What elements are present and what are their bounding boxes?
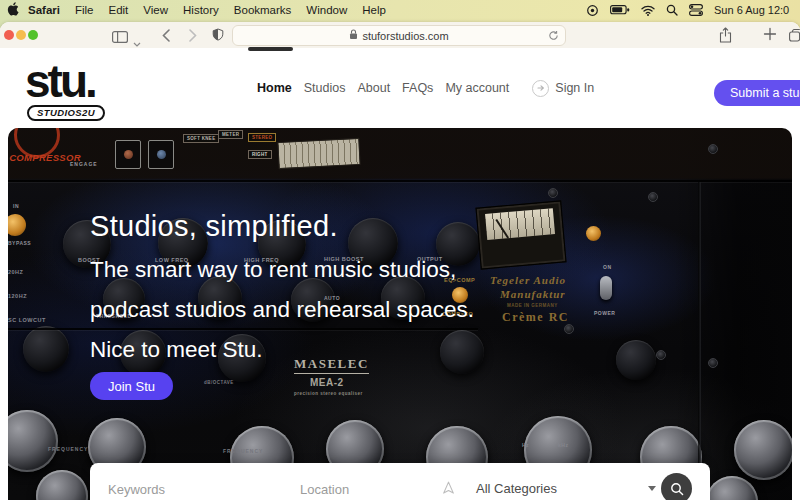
screw-decoration — [548, 188, 558, 198]
page-top-dark-bar — [248, 47, 293, 51]
photo-label: POWER — [594, 310, 615, 316]
photo-label: kHz — [558, 442, 568, 448]
sign-in-arrow-icon — [532, 80, 549, 97]
studio-search-bar: All Categories — [90, 463, 710, 500]
photo-label: 120HZ — [8, 293, 27, 299]
sign-in-link[interactable]: Sign In — [532, 80, 594, 97]
screw-decoration — [564, 324, 574, 334]
screw-decoration — [708, 144, 718, 154]
photo-label: Tegeler Audio — [490, 274, 566, 286]
screw-decoration — [708, 358, 718, 368]
share-icon[interactable] — [719, 27, 732, 47]
photo-label: IN — [13, 203, 19, 209]
site-logo[interactable]: stu. STUDIOS2U — [25, 60, 105, 121]
photo-label: ENGAGE — [70, 161, 98, 167]
hero-section: COMPRESSOR ENGAGE SOFT KNEE METER STEREO… — [8, 128, 792, 500]
nav-item-about[interactable]: About — [357, 81, 390, 95]
search-icon — [670, 482, 684, 496]
safari-window: stuforstudios.com stu. STUDIOS2U Home St… — [0, 22, 800, 500]
sign-in-label: Sign In — [555, 81, 594, 95]
url-text: stuforstudios.com — [362, 30, 448, 42]
photo-label: SC LOWCUT — [8, 317, 46, 323]
nav-item-studios[interactable]: Studios — [304, 81, 346, 95]
knob-decoration — [36, 470, 88, 500]
dropdown-caret-icon[interactable] — [648, 486, 656, 491]
photo-label: FREQUENCY — [223, 448, 263, 454]
knob-decoration — [706, 476, 758, 500]
category-dropdown[interactable]: All Categories — [476, 463, 557, 500]
new-tab-icon[interactable] — [763, 27, 777, 45]
power-toggle — [600, 276, 612, 300]
photo-label: STEREO — [248, 133, 276, 142]
address-bar[interactable]: stuforstudios.com — [232, 25, 566, 46]
photo-label: SOFT KNEE — [183, 134, 219, 143]
photo-label: FREQUENCY — [48, 446, 88, 452]
search-button[interactable] — [661, 473, 692, 500]
photo-label: MADE IN GERMANY — [507, 303, 558, 308]
battery-icon[interactable] — [610, 5, 630, 15]
screen-recording-icon[interactable] — [586, 4, 599, 17]
knob-decoration — [616, 340, 656, 380]
screw-decoration — [656, 350, 666, 360]
tab-overview-icon[interactable] — [789, 28, 800, 46]
spotlight-search-icon[interactable] — [666, 4, 678, 16]
photo-label: Manufaktur — [500, 288, 566, 300]
keywords-input[interactable] — [106, 463, 280, 500]
knob-decoration — [734, 420, 792, 480]
photo-label: METER — [218, 130, 243, 139]
gps-locate-icon[interactable] — [442, 481, 455, 499]
nav-item-home[interactable]: Home — [257, 81, 292, 95]
nav-item-faqs[interactable]: FAQs — [402, 81, 433, 95]
wifi-icon[interactable] — [641, 5, 655, 16]
photo-label: 20HZ — [8, 269, 23, 275]
menu-bar-clock[interactable]: Sun 6 Aug 12:0 — [714, 4, 798, 16]
apple-menu-icon[interactable] — [7, 2, 19, 18]
logo-wordmark: stu. — [25, 60, 105, 102]
logo-badge: STUDIOS2U — [27, 105, 105, 121]
menu-bar-status: Sun 6 Aug 12:0 — [586, 0, 800, 20]
photo-label: RIGHT — [248, 150, 272, 159]
menu-item-file[interactable]: File — [75, 4, 94, 16]
sidebar-toggle-icon[interactable] — [112, 29, 128, 47]
reload-icon[interactable] — [548, 30, 559, 43]
menu-item-bookmarks[interactable]: Bookmarks — [234, 4, 292, 16]
screw-decoration — [648, 192, 658, 202]
photo-label: Hz — [522, 442, 529, 448]
macos-menu-bar: Safari File Edit View History Bookmarks … — [0, 0, 800, 20]
submit-studio-button[interactable]: Submit a studio — [714, 80, 800, 106]
privacy-shield-icon[interactable] — [212, 28, 224, 46]
hero-title: Studios, simplified. — [90, 210, 338, 243]
menu-item-history[interactable]: History — [183, 4, 219, 16]
photo-label: Crème RC — [502, 310, 569, 325]
join-stu-button[interactable]: Join Stu — [90, 372, 173, 400]
forward-button[interactable] — [189, 28, 197, 46]
vu-meter — [475, 200, 566, 269]
main-nav: Home Studios About FAQs My account Sign … — [257, 48, 594, 128]
scale-meter — [277, 138, 360, 169]
menu-item-view[interactable]: View — [143, 4, 168, 16]
control-center-icon[interactable] — [689, 4, 703, 16]
photo-label: precision stereo equaliser — [294, 391, 363, 396]
hero-subtitle: The smart way to rent music studios, pod… — [90, 250, 474, 370]
menu-item-edit[interactable]: Edit — [109, 4, 129, 16]
hero-line-1: The smart way to rent music studios, — [90, 250, 474, 290]
location-input[interactable] — [298, 463, 432, 500]
menu-item-help[interactable]: Help — [362, 4, 386, 16]
hero-line-3: Nice to meet Stu. — [90, 330, 474, 370]
photo-label: BYPASS — [8, 240, 31, 246]
nav-item-my-account[interactable]: My account — [445, 81, 509, 95]
safari-toolbar: stuforstudios.com — [0, 22, 800, 49]
photo-label: MEA-2 — [310, 377, 344, 388]
knob-decoration — [8, 410, 58, 472]
hero-line-2: podcast studios and rehearsal spaces. — [90, 290, 474, 330]
web-page: stu. STUDIOS2U Home Studios About FAQs M… — [0, 48, 800, 500]
lock-icon — [349, 29, 358, 42]
fullscreen-window-button[interactable] — [28, 30, 38, 40]
back-button[interactable] — [162, 28, 170, 46]
close-window-button[interactable] — [4, 30, 14, 40]
minimize-window-button[interactable] — [16, 30, 26, 40]
menu-item-window[interactable]: Window — [306, 4, 347, 16]
knob-decoration — [23, 326, 69, 372]
menu-item-safari[interactable]: Safari — [28, 4, 60, 16]
photo-label: dB/OCTAVE — [204, 380, 234, 385]
